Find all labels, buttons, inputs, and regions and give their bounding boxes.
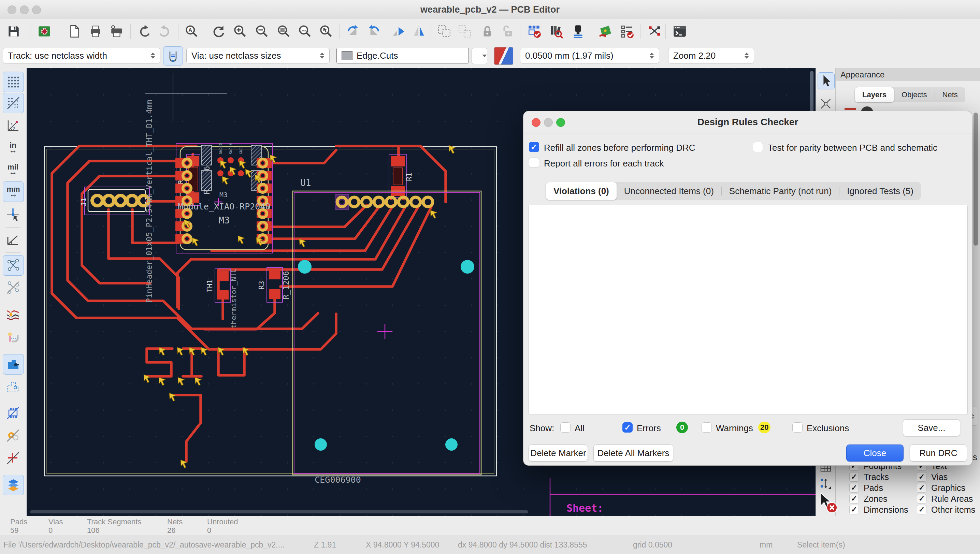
filter-tracks-checkbox[interactable]: ✓ <box>849 472 859 482</box>
tab-nets[interactable]: Nets <box>935 88 965 102</box>
appearance-header: Appearance <box>836 68 980 81</box>
net-inspector-icon[interactable] <box>645 22 663 40</box>
violations-list[interactable] <box>528 205 968 415</box>
redo-icon[interactable] <box>156 22 174 40</box>
via-size-dropdown[interactable]: Via: use netclass sizes <box>186 48 330 64</box>
refresh-view-icon[interactable] <box>210 22 227 40</box>
show-exclusions-checkbox[interactable] <box>792 422 803 433</box>
zoom-fit-page-icon[interactable] <box>275 22 293 40</box>
canvas-horizontal-scrollbar[interactable] <box>30 510 528 513</box>
zoom-dropdown[interactable]: Zoom 2.20 <box>668 48 754 64</box>
units-mils-button[interactable]: mil↔ <box>3 160 23 180</box>
drill-origin-icon[interactable] <box>569 22 587 40</box>
drc-titlebar: Design Rules Checker <box>523 111 972 134</box>
layers-manager-icon[interactable] <box>3 475 24 495</box>
stat-vias: Vias0 <box>48 517 63 535</box>
save-icon[interactable] <box>5 22 22 40</box>
curved-ratsnest-icon[interactable] <box>3 278 23 298</box>
track-width-presets-button[interactable] <box>163 46 183 65</box>
filter-ruleareas-label: Rule Areas <box>931 494 973 504</box>
tab-objects[interactable]: Objects <box>894 88 935 102</box>
tab-schematic-parity[interactable]: Schematic Parity (not run) <box>722 182 840 200</box>
rotate-ccw-icon[interactable] <box>344 22 362 40</box>
grid-dots-override-icon[interactable] <box>3 93 24 113</box>
mirror-view-icon[interactable] <box>411 22 429 40</box>
zone-fill-mode-icon[interactable] <box>3 354 24 374</box>
layer-pair-swatch-button[interactable] <box>494 47 513 65</box>
group-icon[interactable] <box>435 22 453 40</box>
save-button[interactable]: Save... <box>903 419 960 436</box>
zone-outline-mode-icon[interactable] <box>3 377 23 397</box>
filter-zones-checkbox[interactable]: ✓ <box>849 494 859 503</box>
zoom-out-icon[interactable] <box>253 22 271 40</box>
footprint-checker-icon[interactable] <box>526 22 543 40</box>
run-drc-button[interactable]: Run DRC <box>910 444 967 462</box>
lock-icon[interactable] <box>478 22 496 40</box>
tab-ignored-tests[interactable]: Ignored Tests (5) <box>840 182 921 200</box>
show-all-checkbox[interactable] <box>560 422 570 433</box>
filter-graphics-checkbox[interactable]: ✓ <box>917 483 926 493</box>
grid-dots-icon[interactable] <box>3 72 24 92</box>
zoom-fit-objects-icon[interactable] <box>296 22 314 40</box>
via-outline-mode-icon[interactable] <box>3 448 23 468</box>
filter-vias-checkbox[interactable]: ✓ <box>917 472 926 482</box>
j1-label: J1 <box>80 198 88 206</box>
units-mm-button[interactable]: mm↔ <box>3 181 24 202</box>
plot-icon[interactable] <box>108 22 126 40</box>
filter-ruleareas-checkbox[interactable]: ✓ <box>917 494 926 503</box>
units-inches-button[interactable]: in↔ <box>3 138 23 158</box>
rotate-cw-icon[interactable] <box>365 22 383 40</box>
undo-icon[interactable] <box>135 22 153 40</box>
filter-otheritems-checkbox[interactable]: ✓ <box>917 505 926 514</box>
zoom-in-icon[interactable] <box>231 22 249 40</box>
local-ratsnest-icon[interactable] <box>817 96 834 112</box>
filter-pads-label: Pads <box>864 483 883 493</box>
zoom-selection-icon[interactable] <box>317 22 335 40</box>
drc-checklist-icon[interactable] <box>618 22 636 40</box>
parity-checkbox[interactable] <box>753 142 763 152</box>
find-icon[interactable] <box>183 22 201 40</box>
track-width-dropdown[interactable]: Track: use netclass width <box>3 48 160 64</box>
grid-size-dropdown[interactable]: 0.0500 mm (1.97 mils) <box>520 48 659 64</box>
component-u1[interactable]: U1 <box>293 178 481 475</box>
flip-board-view-icon[interactable] <box>390 22 408 40</box>
dimension-tool-icon[interactable] <box>817 476 834 493</box>
update-pcb-icon[interactable] <box>596 22 614 40</box>
unlock-icon[interactable] <box>499 22 516 40</box>
refill-zones-checkbox[interactable]: ✓ <box>529 142 539 152</box>
tab-layers[interactable]: Layers <box>855 88 894 102</box>
filter-pads-checkbox[interactable]: ✓ <box>849 483 859 493</box>
polar-coordinates-icon[interactable] <box>3 116 23 136</box>
component-m3-module[interactable]: SWDIO SWCLK GND M3 Module_XIAO-RP2040 M3 <box>175 143 272 253</box>
delete-all-markers-button[interactable]: Delete All Markers <box>593 444 673 462</box>
print-icon[interactable] <box>87 22 104 40</box>
library-browser-icon[interactable] <box>547 22 565 40</box>
crosshair-cursor-icon[interactable] <box>3 205 23 224</box>
free-angle-mode-icon[interactable] <box>3 230 23 250</box>
swdio-pin-label: SWDIO <box>218 143 223 154</box>
scripting-console-icon[interactable] <box>671 22 688 40</box>
pad-outline-mode-icon[interactable] <box>3 426 23 446</box>
component-j1[interactable]: J1 <box>80 187 150 215</box>
ungroup-icon[interactable] <box>456 22 473 40</box>
ratsnest-visibility-icon[interactable] <box>3 255 24 275</box>
layer-selector-chevron-button[interactable] <box>472 48 487 64</box>
report-track-checkbox[interactable] <box>529 158 539 168</box>
tab-unconnected[interactable]: Unconnected Items (0) <box>617 182 721 200</box>
delete-marker-button[interactable]: Delete Marker <box>529 444 588 462</box>
appearance-scrollbar[interactable] <box>974 113 978 246</box>
select-tool-icon[interactable] <box>817 72 835 89</box>
tab-violations[interactable]: Violations (0) <box>546 182 617 200</box>
module-footprint-label: Module_XIAO-RP2040 <box>178 202 271 212</box>
close-button[interactable]: Close <box>846 444 904 462</box>
board-setup-icon[interactable] <box>35 22 53 40</box>
layer-selector[interactable]: Edge.Cuts <box>336 48 469 64</box>
show-warnings-checkbox[interactable] <box>701 422 712 433</box>
pad-clearance-outline-icon[interactable] <box>3 328 23 348</box>
footprint-outline-mode-icon[interactable] <box>3 403 23 423</box>
show-errors-checkbox[interactable]: ✓ <box>622 422 633 433</box>
component-r3[interactable]: R3 R_1206 <box>258 267 291 302</box>
filter-dimensions-checkbox[interactable]: ✓ <box>849 505 859 514</box>
page-settings-icon[interactable] <box>65 22 83 40</box>
net-color-mode-icon[interactable] <box>3 304 23 324</box>
